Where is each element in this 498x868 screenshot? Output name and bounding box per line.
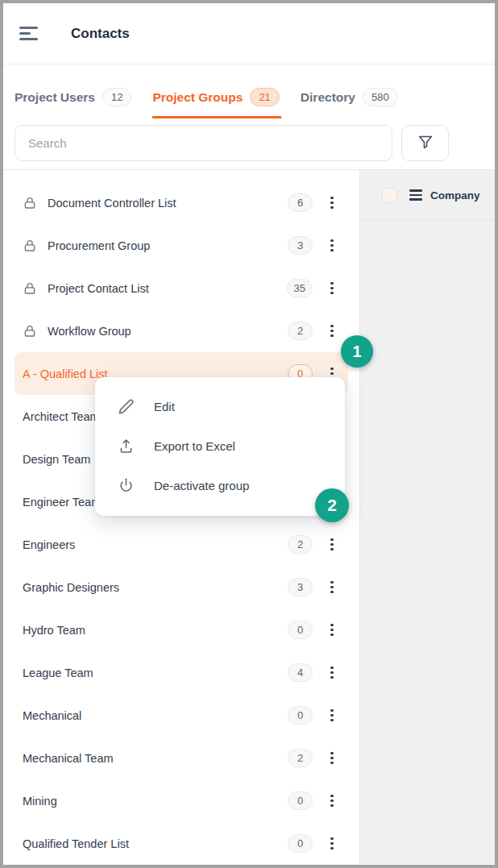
search-row — [3, 118, 495, 169]
lock-icon — [23, 239, 37, 253]
select-all-checkbox[interactable] — [382, 188, 397, 203]
hamburger-icon — [19, 27, 38, 29]
group-name: Workflow Group — [48, 325, 288, 338]
menu-item-export-to-excel[interactable]: Export to Excel — [95, 426, 345, 466]
tab-project-groups[interactable]: Project Groups 21 — [152, 88, 280, 118]
export-icon — [118, 438, 135, 455]
row-menu-button[interactable] — [326, 663, 338, 683]
row-menu-button[interactable] — [326, 193, 338, 213]
row-menu-button[interactable] — [326, 535, 338, 554]
menu-item-deactivate-group[interactable]: De-activate group — [95, 466, 345, 505]
group-row[interactable]: Document Controller List 6 — [15, 181, 348, 224]
group-name: Procurement Group — [48, 239, 288, 252]
tab-count-badge: 580 — [363, 88, 398, 106]
group-row[interactable]: Engineers 2 — [15, 523, 348, 566]
group-name: Project Contact List — [48, 282, 287, 295]
group-name: Qualified Tender List — [23, 837, 288, 850]
step-badge-2: 2 — [315, 488, 349, 522]
member-count-badge: 35 — [287, 279, 313, 297]
menu-item-label: Edit — [154, 400, 175, 413]
group-row[interactable]: Procurement Group 3 — [15, 224, 348, 267]
sidebar-toggle-button[interactable] — [19, 25, 40, 43]
member-count-badge: 0 — [288, 791, 313, 810]
menu-item-edit[interactable]: Edit — [95, 387, 345, 426]
context-menu: Edit Export to Excel De-activate group — [95, 377, 345, 516]
tab-label: Project Users — [15, 90, 95, 105]
group-name: Mechanical — [23, 709, 288, 722]
row-menu-button[interactable] — [326, 749, 338, 768]
group-name: League Team — [23, 667, 288, 679]
group-row[interactable]: Workflow Group 2 — [15, 309, 348, 352]
lock-icon — [23, 196, 37, 210]
group-row[interactable]: Mining 0 — [15, 779, 348, 822]
tab-project-users[interactable]: Project Users 12 — [15, 88, 133, 118]
row-menu-button[interactable] — [326, 322, 338, 341]
row-menu-button[interactable] — [326, 791, 338, 811]
contacts-window: Contacts Project Users 12 Project Groups… — [0, 0, 498, 868]
tab-directory[interactable]: Directory 580 — [301, 88, 400, 118]
group-row[interactable]: Mechanical 0 — [15, 694, 348, 737]
row-menu-button[interactable] — [326, 279, 338, 298]
page-title: Contacts — [71, 26, 130, 42]
group-list: Document Controller List 6 Procurement G… — [3, 170, 359, 864]
filter-button[interactable] — [401, 125, 449, 161]
step-badge-1: 1 — [341, 335, 373, 368]
lock-icon — [23, 281, 37, 296]
group-row[interactable]: Mechanical Team 2 — [15, 737, 348, 779]
pencil-icon — [118, 398, 135, 415]
group-name: Hydro Team — [23, 624, 288, 637]
group-name: Mechanical Team — [23, 752, 288, 765]
menu-item-label: Export to Excel — [154, 439, 235, 453]
main-area: Document Controller List 6 Procurement G… — [3, 169, 495, 864]
row-menu-button[interactable] — [326, 578, 338, 597]
power-icon — [118, 477, 135, 494]
member-count-badge: 3 — [288, 578, 313, 596]
table-panel: Company — [359, 170, 495, 864]
table-header: Company — [360, 170, 495, 221]
member-count-badge: 6 — [288, 193, 313, 212]
column-header-company: Company — [430, 189, 480, 201]
group-row[interactable]: League Team 4 — [15, 651, 348, 694]
member-count-badge: 0 — [288, 834, 313, 853]
filter-icon — [417, 133, 434, 153]
group-row[interactable]: Graphic Designers 3 — [15, 566, 348, 608]
menu-item-label: De-activate group — [154, 479, 249, 492]
member-count-badge: 0 — [288, 621, 313, 639]
row-menu-button[interactable] — [326, 834, 338, 853]
lock-icon — [23, 324, 37, 338]
member-count-badge: 2 — [288, 749, 313, 767]
group-row[interactable]: Hydro Team 0 — [15, 608, 348, 651]
member-count-badge: 2 — [288, 322, 313, 340]
row-menu-button[interactable] — [326, 706, 338, 725]
group-name: Engineers — [23, 538, 288, 551]
tab-count-badge: 21 — [250, 88, 279, 106]
member-count-badge: 0 — [288, 706, 313, 725]
row-menu-button[interactable] — [326, 236, 338, 255]
app-header: Contacts — [3, 3, 495, 64]
tab-label: Directory — [301, 90, 355, 105]
member-count-badge: 3 — [288, 236, 313, 255]
group-name: Document Controller List — [48, 197, 288, 210]
member-count-badge: 4 — [288, 663, 313, 682]
tab-bar: Project Users 12 Project Groups 21 Direc… — [3, 64, 495, 118]
member-count-badge: 2 — [288, 535, 313, 554]
column-menu-icon — [409, 189, 422, 201]
group-row[interactable]: Qualified Tender List 0 — [15, 822, 348, 865]
search-input[interactable] — [15, 125, 392, 161]
group-name: Mining — [23, 795, 288, 808]
tab-count-badge: 12 — [102, 88, 131, 106]
group-name: Graphic Designers — [23, 581, 288, 594]
tab-label: Project Groups — [152, 90, 243, 105]
group-row[interactable]: Project Contact List 35 — [15, 267, 348, 309]
row-menu-button[interactable] — [326, 621, 338, 640]
